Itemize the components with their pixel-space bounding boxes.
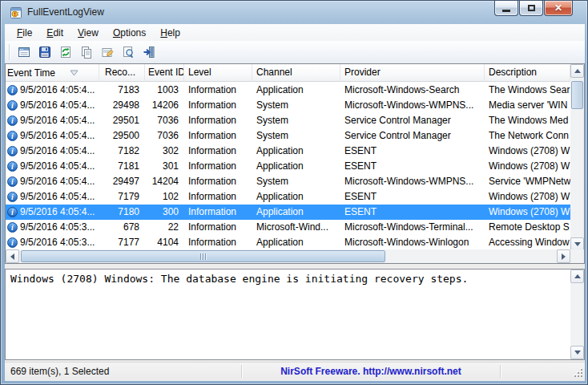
cell-description: Accessing Window (485, 235, 570, 250)
cell-description: Windows (2708) W (485, 159, 570, 174)
choose-data-source-button[interactable] (14, 43, 33, 61)
table-row[interactable]: i9/5/2016 4:05:4...295017036InformationS… (6, 113, 570, 128)
description-text: Windows (2708) Windows: The database eng… (6, 270, 570, 359)
menu-view[interactable]: View (70, 26, 106, 40)
table-row[interactable]: i9/5/2016 4:05:4...7182302InformationApp… (6, 144, 570, 159)
copy-button[interactable] (77, 43, 95, 61)
table-header: Event Time Reco... Event ID Level Channe… (6, 64, 570, 82)
cell-record: 7180 (99, 205, 145, 220)
properties-button[interactable] (98, 43, 116, 61)
cell-provider: ESENT (340, 189, 485, 205)
cell-channel: Application (252, 235, 340, 250)
column-header-event-id[interactable]: Event ID (145, 64, 184, 82)
scrollbar-corner (570, 249, 584, 263)
arrow-down-icon (574, 242, 581, 246)
menu-file[interactable]: File (10, 26, 39, 40)
cell-event-id: 301 (145, 159, 184, 174)
cell-description: The Windows Med (485, 113, 570, 128)
table-row[interactable]: i9/5/2016 4:05:4...71831003InformationAp… (6, 83, 570, 98)
scroll-left-button[interactable] (6, 249, 19, 263)
horizontal-scroll-thumb[interactable] (21, 250, 385, 262)
column-label: Provider (344, 67, 381, 78)
information-level-icon: i (7, 237, 18, 248)
cell-channel: Application (252, 189, 340, 205)
cell-time: i9/5/2016 4:05:4... (6, 159, 99, 174)
cell-record: 7181 (99, 159, 145, 174)
cell-channel: System (252, 128, 340, 144)
cell-channel: Application (252, 83, 340, 98)
table-row[interactable]: i9/5/2016 4:05:3...71774104InformationAp… (6, 235, 570, 250)
resize-grip-icon[interactable] (573, 367, 583, 378)
cell-level: Information (184, 83, 252, 98)
menu-options[interactable]: Options (106, 26, 153, 40)
nirsoft-branding-link[interactable]: NirSoft Freeware. http://www.nirsoft.net (242, 366, 500, 377)
column-header-description[interactable]: Description (485, 64, 570, 82)
cell-description: Windows (2708) W (485, 144, 570, 159)
cell-time: i9/5/2016 4:05:3... (6, 220, 99, 235)
close-button[interactable]: ✕ (544, 1, 573, 16)
cell-provider: ESENT (340, 205, 485, 220)
list-vertical-scrollbar[interactable] (570, 64, 584, 251)
cell-level: Information (184, 205, 252, 220)
cell-provider: ESENT (340, 159, 485, 174)
cell-provider: Service Control Manager (340, 113, 485, 128)
cell-record: 7182 (99, 144, 145, 159)
event-table-body: i9/5/2016 4:05:4...71831003InformationAp… (6, 83, 570, 250)
cell-time: i9/5/2016 4:05:4... (6, 113, 99, 128)
table-row[interactable]: i9/5/2016 4:05:4...2949714204Information… (6, 174, 570, 189)
cell-event-id: 7036 (145, 113, 184, 128)
table-row-selected[interactable]: i9/5/2016 4:05:4...7180300InformationApp… (6, 205, 570, 220)
column-label: Reco... (105, 67, 135, 78)
description-pane: Windows (2708) Windows: The database eng… (5, 269, 585, 360)
scroll-up-button[interactable] (570, 270, 584, 283)
application-window: FullEventLogView ✕ File Edit View Option… (0, 0, 588, 385)
cell-event-id: 7036 (145, 128, 184, 144)
maximize-button[interactable] (519, 1, 543, 16)
refresh-button[interactable] (56, 43, 75, 61)
cell-level: Information (184, 113, 252, 128)
find-icon (122, 46, 135, 59)
information-level-icon: i (7, 222, 18, 233)
table-row[interactable]: i9/5/2016 4:05:4...7181301InformationApp… (6, 159, 570, 174)
cell-time: i9/5/2016 4:05:4... (6, 174, 99, 189)
cell-event-id: 4104 (145, 235, 184, 250)
detail-vertical-scrollbar[interactable] (570, 270, 584, 359)
scroll-right-button[interactable] (557, 249, 570, 263)
column-header-provider[interactable]: Provider (340, 64, 485, 82)
cell-event-id: 14204 (145, 174, 184, 189)
exit-button[interactable] (139, 43, 158, 61)
vertical-scroll-thumb[interactable] (571, 81, 583, 109)
save-button[interactable] (35, 43, 54, 61)
table-row[interactable]: i9/5/2016 4:05:3...67822InformationMicro… (6, 220, 570, 235)
data-source-window-icon (18, 46, 30, 59)
title-bar[interactable]: FullEventLogView ✕ (1, 1, 587, 24)
cell-provider: Microsoft-Windows-Winlogon (340, 235, 485, 250)
table-row[interactable]: i9/5/2016 4:05:4...2949814206Information… (6, 98, 570, 113)
cell-description: Windows (2708) W (485, 189, 570, 205)
item-count-text: 669 item(s), 1 Selected (10, 366, 109, 377)
cell-provider: Microsoft-Windows-Terminal... (340, 220, 485, 235)
list-horizontal-scrollbar[interactable] (6, 249, 570, 263)
cell-description: Service 'WMPNetw (485, 174, 570, 189)
menu-edit[interactable]: Edit (39, 26, 70, 40)
minimize-button[interactable] (494, 1, 518, 16)
cell-time: i9/5/2016 4:05:4... (6, 128, 99, 144)
cell-level: Information (184, 235, 252, 250)
table-row[interactable]: i9/5/2016 4:05:4...7179102InformationApp… (6, 189, 570, 205)
toolbar (5, 41, 585, 63)
table-row[interactable]: i9/5/2016 4:05:4...295007036InformationS… (6, 128, 570, 144)
information-level-icon: i (7, 85, 18, 95)
cell-provider: Microsoft-Windows-WMPNS... (340, 98, 485, 113)
column-header-record[interactable]: Reco... (99, 64, 145, 82)
scroll-down-button[interactable] (570, 346, 584, 359)
find-button[interactable] (119, 43, 137, 61)
sort-descending-icon (70, 70, 79, 76)
column-header-event-time[interactable]: Event Time (6, 64, 99, 82)
column-header-level[interactable]: Level (184, 64, 252, 82)
column-header-channel[interactable]: Channel (252, 64, 340, 82)
properties-icon (101, 46, 114, 59)
menu-help[interactable]: Help (153, 26, 187, 40)
scroll-up-button[interactable] (570, 64, 584, 78)
cell-level: Information (184, 128, 252, 144)
status-separator (500, 365, 501, 378)
